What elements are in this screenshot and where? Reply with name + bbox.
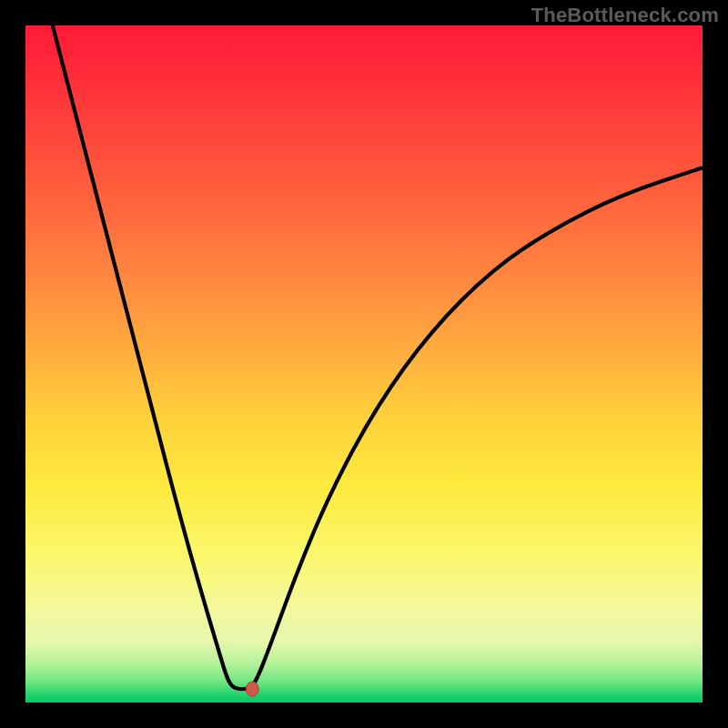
curve-path: [53, 25, 703, 689]
watermark-text: TheBottleneck.com: [531, 4, 719, 27]
chart-frame: TheBottleneck.com: [0, 0, 728, 728]
curve-svg: [25, 25, 703, 703]
plot-area: [25, 25, 703, 703]
bottleneck-marker: [246, 682, 258, 696]
